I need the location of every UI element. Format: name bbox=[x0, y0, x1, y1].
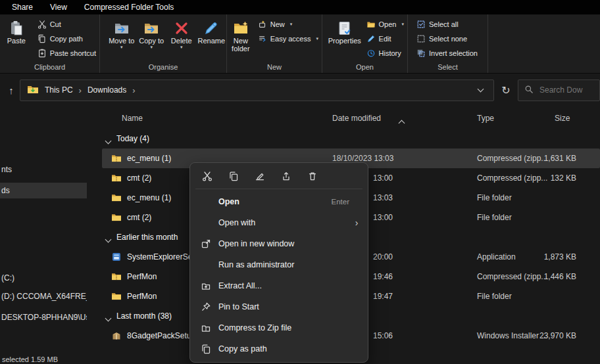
file-type: File folder bbox=[477, 193, 512, 202]
paste-shortcut-icon bbox=[38, 49, 47, 58]
new-folder-button[interactable]: New folder bbox=[230, 17, 252, 53]
share-menu-button[interactable] bbox=[276, 168, 296, 185]
sidebar-item-drive-c[interactable]: (C:) bbox=[0, 270, 87, 286]
search-input[interactable] bbox=[538, 85, 593, 95]
breadcrumb-separator-icon[interactable]: › bbox=[79, 85, 82, 95]
select-all-button[interactable]: Select all bbox=[413, 17, 481, 32]
delete-icon bbox=[174, 19, 189, 37]
move-to-button[interactable]: Move to▾ bbox=[107, 17, 137, 50]
menu-item-open-with[interactable]: Open with › bbox=[193, 212, 365, 233]
open-button[interactable]: Open ▾ bbox=[363, 17, 407, 32]
navigation-bar: ↑ This PC › Downloads › ↻ bbox=[0, 74, 600, 106]
group-label-organise: Organise bbox=[100, 63, 226, 71]
menu-item-open-in-new-window[interactable]: Open in new window bbox=[193, 233, 365, 254]
rename-icon bbox=[255, 171, 265, 181]
column-header-name[interactable]: Name bbox=[122, 114, 143, 123]
dropdown-chevron-icon: ▾ bbox=[401, 22, 404, 27]
edit-icon bbox=[366, 34, 376, 43]
dropdown-chevron-icon: ▾ bbox=[150, 45, 153, 50]
menu-item-pin-to-start[interactable]: Pin to Start bbox=[193, 296, 365, 317]
properties-icon bbox=[337, 19, 353, 37]
select-none-button[interactable]: Select none bbox=[413, 32, 481, 46]
paste-shortcut-button[interactable]: Paste shortcut bbox=[34, 46, 99, 60]
easy-access-icon bbox=[258, 34, 267, 43]
breadcrumb-downloads[interactable]: Downloads bbox=[86, 85, 128, 95]
zip-folder-icon bbox=[111, 153, 122, 166]
edit-button[interactable]: Edit bbox=[363, 32, 407, 46]
breadcrumb-separator-icon[interactable]: › bbox=[132, 85, 135, 95]
ribbon-group-select: Select all Select none Invert selection … bbox=[408, 14, 488, 73]
column-header-size[interactable]: Size bbox=[555, 114, 570, 123]
rename-button[interactable]: Rename bbox=[197, 17, 227, 50]
search-box[interactable] bbox=[518, 80, 600, 101]
delete-button[interactable]: Delete▾ bbox=[166, 17, 197, 50]
properties-button[interactable]: Properties bbox=[328, 17, 362, 60]
installer-icon bbox=[111, 330, 122, 343]
file-date: 18/10/2023 13:03 bbox=[332, 154, 393, 163]
copy-to-icon bbox=[143, 19, 159, 37]
menu-item-open[interactable]: Open Enter bbox=[193, 191, 365, 212]
history-icon bbox=[366, 49, 376, 58]
search-icon bbox=[524, 85, 534, 96]
context-menu: Open Enter Open with › Open in new windo… bbox=[189, 162, 368, 363]
tab-view[interactable]: View bbox=[50, 3, 67, 12]
address-bar[interactable]: This PC › Downloads › bbox=[20, 80, 494, 101]
new-folder-icon bbox=[233, 19, 249, 37]
rename-menu-button[interactable] bbox=[249, 168, 270, 185]
delete-menu-button[interactable] bbox=[302, 168, 322, 185]
ribbon-group-clipboard: Paste Cut Copy path Paste shortcut bbox=[0, 14, 100, 73]
copy-to-button[interactable]: Copy to▾ bbox=[137, 17, 167, 50]
group-label-open: Open bbox=[322, 63, 407, 71]
sidebar-item-drive-d[interactable]: (D:) CCCOMA_X64FRE_E bbox=[0, 288, 87, 304]
file-name: ec_menu (1) bbox=[127, 154, 288, 163]
refresh-button[interactable]: ↻ bbox=[494, 84, 518, 97]
dropdown-chevron-icon: ▾ bbox=[120, 45, 123, 50]
cut-button[interactable]: Cut bbox=[34, 17, 99, 32]
downloads-folder-icon bbox=[27, 84, 39, 97]
new-item-icon bbox=[258, 20, 267, 29]
easy-access-button[interactable]: Easy access ▾ bbox=[255, 32, 322, 46]
submenu-chevron-icon: › bbox=[352, 217, 361, 228]
file-size: 23,970 KB bbox=[504, 331, 576, 340]
menu-item-extract-all[interactable]: Extract All... bbox=[193, 275, 365, 296]
copy-path-button[interactable]: Copy path bbox=[34, 32, 99, 46]
history-button[interactable]: History bbox=[363, 46, 407, 60]
new-item-button[interactable]: New ▾ bbox=[255, 17, 322, 32]
folder-icon bbox=[111, 291, 122, 304]
share-icon bbox=[281, 171, 291, 181]
sort-ascending-icon bbox=[399, 120, 405, 127]
copy-menu-button[interactable] bbox=[223, 168, 243, 185]
ribbon-group-organise: Move to▾ Copy to▾ Delete▾ bbox=[100, 14, 227, 73]
move-to-icon bbox=[114, 19, 130, 37]
file-size: 1,631 KB bbox=[504, 154, 576, 163]
sidebar-item-network-pc[interactable]: DESKTOP-8PHHAN9\Use bbox=[0, 309, 87, 325]
ribbon-group-new: New folder New ▾ Easy access ▾ New bbox=[227, 14, 322, 73]
sidebar-item-documents[interactable]: nts bbox=[0, 162, 87, 177]
menu-item-copy-as-path[interactable]: Copy as path bbox=[193, 338, 365, 359]
cut-icon bbox=[38, 20, 47, 29]
menu-divider bbox=[195, 189, 362, 189]
group-header-today[interactable]: Today (4) bbox=[102, 129, 600, 148]
cut-menu-button[interactable] bbox=[197, 168, 217, 185]
up-button[interactable]: ↑ bbox=[3, 85, 20, 96]
column-header-date-modified[interactable]: Date modified bbox=[332, 114, 381, 123]
column-header-type[interactable]: Type bbox=[477, 114, 494, 123]
address-dropdown-chevron-icon[interactable] bbox=[478, 86, 484, 93]
tab-share[interactable]: Share bbox=[12, 3, 33, 12]
ribbon-group-open: Properties Open ▾ Edit History bbox=[322, 14, 408, 73]
sidebar-item-downloads[interactable]: ds bbox=[0, 183, 87, 198]
menu-item-compress-to-zip[interactable]: Compress to Zip file bbox=[193, 317, 365, 338]
dropdown-chevron-icon: ▾ bbox=[316, 36, 318, 41]
paste-button[interactable]: Paste bbox=[5, 17, 28, 60]
copy-path-icon bbox=[199, 344, 213, 354]
menu-item-run-as-administrator[interactable]: Run as administrator bbox=[193, 254, 365, 275]
tab-compressed-folder-tools[interactable]: Compressed Folder Tools bbox=[84, 3, 174, 12]
group-chevron-icon bbox=[105, 315, 112, 322]
select-none-icon bbox=[416, 34, 426, 43]
invert-selection-button[interactable]: Invert selection bbox=[413, 46, 481, 60]
menu-shortcut: Enter bbox=[332, 198, 350, 206]
breadcrumb-this-pc[interactable]: This PC bbox=[43, 85, 75, 95]
group-label-new: New bbox=[227, 63, 322, 71]
file-size: 1,873 KB bbox=[504, 252, 576, 262]
column-headers: Name Date modified Type Size bbox=[102, 106, 600, 129]
